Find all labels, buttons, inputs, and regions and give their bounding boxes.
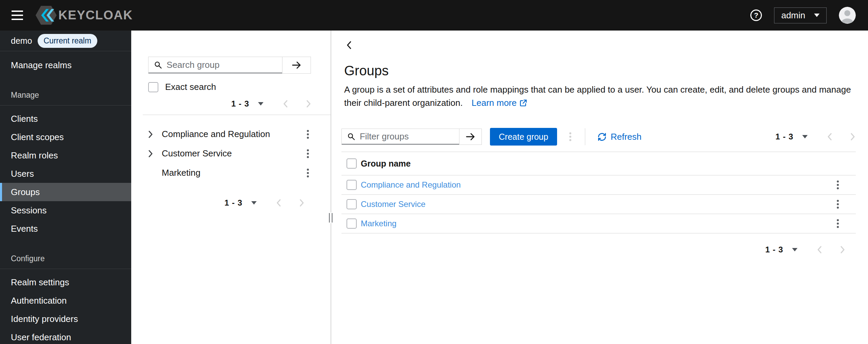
hamburger-icon	[12, 11, 23, 12]
pagination-next-button[interactable]	[306, 100, 311, 108]
sidebar-item-users[interactable]: Users	[0, 165, 131, 183]
group-link[interactable]: Compliance and Regulation	[361, 180, 461, 190]
exact-search-checkbox[interactable]	[148, 82, 158, 92]
sidebar-item-user-federation[interactable]: User federation	[0, 328, 131, 344]
refresh-button[interactable]: Refresh	[597, 132, 642, 142]
learn-more-link[interactable]: Learn more	[472, 98, 527, 108]
tree-item: Marketing	[131, 163, 331, 183]
filter-groups-submit-button[interactable]	[459, 129, 481, 145]
sidebar-item-realm-settings[interactable]: Realm settings	[0, 273, 131, 291]
row-kebab-menu-button[interactable]	[835, 198, 841, 211]
group-link[interactable]: Customer Service	[361, 199, 426, 209]
sidebar-item-groups[interactable]: Groups	[0, 183, 131, 201]
sidebar-item-realm-roles[interactable]: Realm roles	[0, 146, 131, 165]
avatar[interactable]	[839, 7, 856, 24]
pagination-next-button[interactable]	[299, 199, 304, 207]
chevron-right-icon	[299, 199, 304, 207]
exact-search-label: Exact search	[165, 82, 216, 92]
pagination-prev-button[interactable]	[276, 199, 281, 207]
pagination-next-button[interactable]	[850, 133, 855, 140]
toolbar-kebab-menu-button[interactable]	[567, 130, 573, 143]
pagination-menu-toggle[interactable]	[802, 135, 808, 138]
app-shell: demo Current realm Manage realms Manage …	[0, 31, 868, 344]
row-checkbox[interactable]	[347, 199, 357, 209]
chevron-right-icon	[850, 133, 855, 140]
row-checkbox[interactable]	[347, 218, 357, 229]
hamburger-icon	[12, 19, 23, 20]
pagination-prev-button[interactable]	[283, 100, 288, 108]
angle-right-icon	[148, 131, 153, 138]
realm-switcher[interactable]: demo Current realm	[0, 31, 131, 51]
row-kebab-menu-button[interactable]	[835, 217, 841, 230]
collapse-panel-button[interactable]	[345, 39, 353, 51]
sidebar-item-manage-realms[interactable]: Manage realms	[0, 56, 131, 74]
pagination-prev-button[interactable]	[817, 246, 822, 253]
current-realm-badge: Current realm	[38, 34, 98, 48]
sidebar-section-configure: Configure Realm settings Authentication …	[0, 238, 131, 344]
sidebar-item-identity-providers[interactable]: Identity providers	[0, 310, 131, 328]
pagination-menu-toggle[interactable]	[258, 102, 263, 106]
arrow-right-icon	[292, 61, 302, 69]
tree-item-label[interactable]: Customer Service	[162, 148, 232, 159]
tree-expand-toggle[interactable]	[148, 131, 159, 138]
tree-item: Customer Service	[131, 144, 331, 163]
group-link[interactable]: Marketing	[361, 219, 396, 228]
sidebar-item-events[interactable]: Events	[0, 219, 131, 238]
pagination-prev-button[interactable]	[827, 133, 832, 140]
search-icon	[154, 60, 162, 69]
exact-search-option: Exact search	[148, 82, 311, 92]
sidebar-item-sessions[interactable]: Sessions	[0, 201, 131, 219]
chevron-right-icon	[840, 246, 845, 253]
tree-item: Compliance and Regulation	[131, 125, 331, 144]
groups-tree: Compliance and Regulation Customer Servi…	[131, 125, 331, 183]
keycloak-hexagon-icon	[35, 5, 58, 25]
refresh-label: Refresh	[611, 132, 642, 142]
chevron-left-icon	[283, 100, 288, 108]
sidebar-item-client-scopes[interactable]: Client scopes	[0, 128, 131, 146]
kebab-menu-button[interactable]	[305, 167, 311, 179]
table-pagination-top: 1 - 3	[775, 132, 856, 141]
create-group-button[interactable]: Create group	[490, 128, 557, 146]
user-menu-dropdown[interactable]: admin	[774, 7, 827, 23]
pagination-menu-toggle[interactable]	[792, 248, 797, 251]
row-checkbox[interactable]	[347, 180, 357, 190]
arrow-right-icon	[466, 133, 476, 141]
page-title: Groups	[344, 63, 856, 78]
tree-expand-toggle[interactable]	[148, 150, 159, 157]
row-kebab-menu-button[interactable]	[835, 178, 841, 191]
tree-pagination-top: 1 - 3	[148, 99, 311, 109]
tree-item-label[interactable]: Compliance and Regulation	[162, 129, 270, 139]
page-description: A group is a set of attributes and role …	[344, 83, 856, 110]
kebab-menu-button[interactable]	[305, 147, 311, 160]
kebab-menu-button[interactable]	[305, 128, 311, 141]
filter-groups-input[interactable]	[360, 131, 454, 142]
pagination-menu-toggle[interactable]	[251, 201, 257, 205]
global-nav-toggle-button[interactable]	[12, 11, 23, 20]
chevron-left-icon	[276, 199, 281, 207]
masthead: KEYCLOAK ? admin	[0, 0, 868, 31]
select-all-checkbox[interactable]	[347, 158, 357, 169]
caret-down-icon	[802, 135, 808, 138]
help-button[interactable]: ?	[750, 9, 762, 21]
filter-groups	[341, 129, 482, 145]
question-icon: ?	[754, 11, 758, 19]
table-row: Marketing	[341, 214, 856, 233]
realm-name: demo	[11, 36, 32, 46]
search-group-input[interactable]	[166, 60, 277, 70]
tree-item-label[interactable]: Marketing	[162, 168, 200, 178]
description-text: A group is a set of attributes and role …	[344, 84, 851, 108]
sidebar-nav: demo Current realm Manage realms Manage …	[0, 31, 131, 344]
panel-resize-handle[interactable]	[328, 212, 334, 223]
groups-main-section: Groups A group is a set of attributes an…	[331, 31, 868, 344]
panel-divider	[331, 31, 331, 344]
search-group-submit-button[interactable]	[282, 57, 311, 73]
toolbar-divider	[585, 128, 585, 145]
section-label-configure: Configure	[0, 238, 131, 269]
chevron-right-icon	[306, 100, 311, 108]
sidebar-item-authentication[interactable]: Authentication	[0, 291, 131, 310]
keycloak-logo[interactable]: KEYCLOAK	[35, 5, 133, 25]
pagination-next-button[interactable]	[840, 246, 845, 253]
sidebar-item-clients[interactable]: Clients	[0, 110, 131, 128]
angle-left-icon	[346, 41, 352, 50]
tree-pagination-bottom: 1 - 3	[131, 198, 331, 208]
